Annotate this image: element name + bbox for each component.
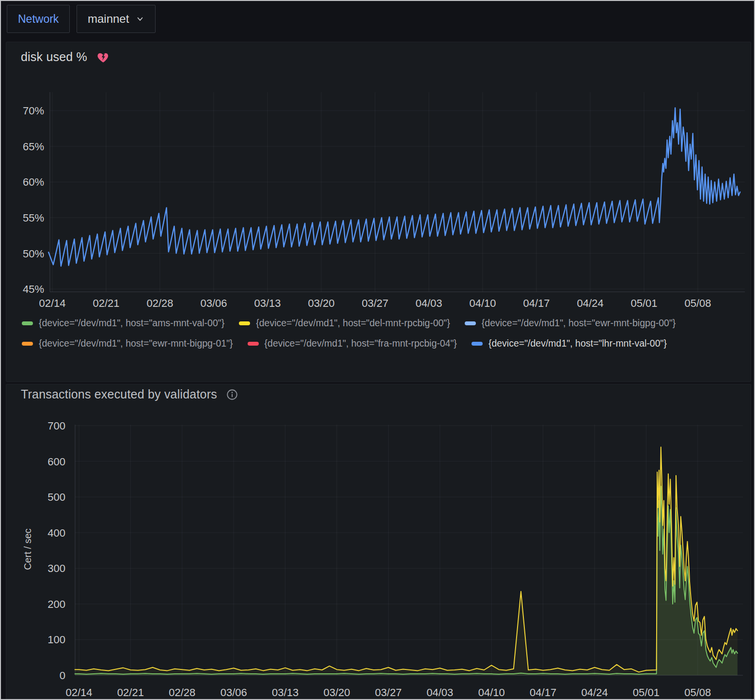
variable-value-text: mainnet bbox=[88, 12, 129, 26]
svg-text:03/13: 03/13 bbox=[254, 297, 281, 309]
svg-text:03/06: 03/06 bbox=[220, 686, 247, 699]
svg-text:600: 600 bbox=[47, 456, 65, 468]
panel-disk-used-header: disk used % bbox=[21, 50, 110, 64]
panel-title-transactions: Transactions executed by validators bbox=[21, 387, 217, 401]
svg-text:04/17: 04/17 bbox=[523, 297, 550, 309]
svg-text:05/08: 05/08 bbox=[684, 297, 711, 309]
svg-text:03/27: 03/27 bbox=[362, 297, 388, 309]
panel-transactions: Transactions executed by validators Cert… bbox=[6, 384, 751, 700]
info-icon[interactable] bbox=[226, 388, 238, 401]
svg-text:45%: 45% bbox=[23, 283, 44, 295]
legend-swatch bbox=[239, 321, 250, 325]
svg-text:05/01: 05/01 bbox=[633, 686, 660, 699]
svg-text:70%: 70% bbox=[23, 105, 44, 117]
disk-used-legend: {device="/dev/md1", host="ams-mnt-val-00… bbox=[22, 318, 739, 349]
legend-label: {device="/dev/md1", host="ewr-mnt-bigpg-… bbox=[482, 318, 676, 329]
svg-text:400: 400 bbox=[47, 527, 65, 539]
legend-swatch bbox=[22, 342, 33, 346]
legend-label: {device="/dev/md1", host="lhr-mnt-val-00… bbox=[488, 338, 667, 349]
svg-text:02/14: 02/14 bbox=[39, 297, 65, 309]
svg-text:02/21: 02/21 bbox=[117, 686, 144, 699]
chevron-down-icon bbox=[136, 15, 144, 23]
panel-transactions-header: Transactions executed by validators bbox=[21, 387, 238, 401]
svg-text:03/13: 03/13 bbox=[272, 686, 299, 699]
svg-text:65%: 65% bbox=[23, 141, 44, 153]
svg-text:50%: 50% bbox=[23, 248, 44, 260]
svg-text:05/08: 05/08 bbox=[684, 686, 711, 699]
legend-swatch bbox=[472, 342, 483, 346]
legend-item[interactable]: {device="/dev/md1", host="ewr-mnt-bigpg-… bbox=[22, 338, 233, 349]
network-variable-dropdown[interactable]: mainnet bbox=[77, 5, 156, 33]
svg-text:03/27: 03/27 bbox=[375, 686, 402, 699]
legend-item[interactable]: {device="/dev/md1", host="ewr-mnt-bigpg-… bbox=[465, 318, 676, 329]
svg-text:04/24: 04/24 bbox=[581, 686, 608, 699]
variable-label-text: Network bbox=[18, 13, 59, 26]
legend-swatch bbox=[22, 321, 33, 325]
svg-text:03/20: 03/20 bbox=[323, 686, 350, 699]
svg-text:200: 200 bbox=[47, 598, 65, 610]
svg-text:03/20: 03/20 bbox=[308, 297, 334, 309]
legend-label: {device="/dev/md1", host="fra-mnt-rpcbig… bbox=[265, 338, 457, 349]
svg-text:02/21: 02/21 bbox=[93, 297, 119, 309]
dashboard-submenu: Network mainnet bbox=[1, 1, 754, 42]
svg-text:03/06: 03/06 bbox=[200, 297, 227, 309]
svg-text:02/14: 02/14 bbox=[65, 686, 92, 699]
panel-disk-used: disk used % 45%50%55%60%65%70%02/1402/21… bbox=[6, 42, 751, 382]
svg-text:04/17: 04/17 bbox=[530, 686, 556, 699]
legend-swatch bbox=[465, 321, 476, 325]
grafana-dashboard: Network mainnet disk used % 45%50%55%60%… bbox=[0, 0, 755, 700]
svg-text:100: 100 bbox=[47, 634, 65, 646]
svg-text:55%: 55% bbox=[23, 212, 44, 224]
svg-text:300: 300 bbox=[47, 562, 65, 574]
svg-text:04/10: 04/10 bbox=[469, 297, 496, 309]
legend-label: {device="/dev/md1", host="del-mnt-rpcbig… bbox=[256, 318, 450, 329]
svg-text:02/28: 02/28 bbox=[146, 297, 173, 309]
transactions-chart[interactable]: 010020030040050060070002/1402/2102/2803/… bbox=[6, 411, 752, 700]
disk-used-chart[interactable]: 45%50%55%60%65%70%02/1402/2102/2803/0603… bbox=[6, 91, 752, 317]
legend-item[interactable]: {device="/dev/md1", host="lhr-mnt-val-00… bbox=[472, 338, 667, 349]
svg-text:04/24: 04/24 bbox=[577, 297, 603, 309]
svg-text:05/01: 05/01 bbox=[630, 297, 657, 309]
legend-item[interactable]: {device="/dev/md1", host="fra-mnt-rpcbig… bbox=[248, 338, 457, 349]
svg-text:04/03: 04/03 bbox=[426, 686, 453, 699]
svg-text:04/03: 04/03 bbox=[415, 297, 442, 309]
legend-item[interactable]: {device="/dev/md1", host="del-mnt-rpcbig… bbox=[239, 318, 450, 329]
svg-text:700: 700 bbox=[47, 420, 65, 432]
legend-label: {device="/dev/md1", host="ewr-mnt-bigpg-… bbox=[39, 338, 233, 349]
legend-label: {device="/dev/md1", host="ams-mnt-val-00… bbox=[39, 318, 224, 329]
svg-text:60%: 60% bbox=[23, 176, 44, 188]
panel-title-disk-used: disk used % bbox=[21, 50, 87, 64]
svg-text:500: 500 bbox=[47, 491, 65, 503]
variable-label-network: Network bbox=[7, 5, 70, 33]
svg-text:0: 0 bbox=[60, 669, 65, 682]
svg-text:04/10: 04/10 bbox=[478, 686, 505, 699]
legend-swatch bbox=[248, 342, 259, 346]
svg-text:02/28: 02/28 bbox=[169, 686, 195, 699]
legend-item[interactable]: {device="/dev/md1", host="ams-mnt-val-00… bbox=[22, 318, 224, 329]
heart-break-icon bbox=[96, 50, 110, 64]
